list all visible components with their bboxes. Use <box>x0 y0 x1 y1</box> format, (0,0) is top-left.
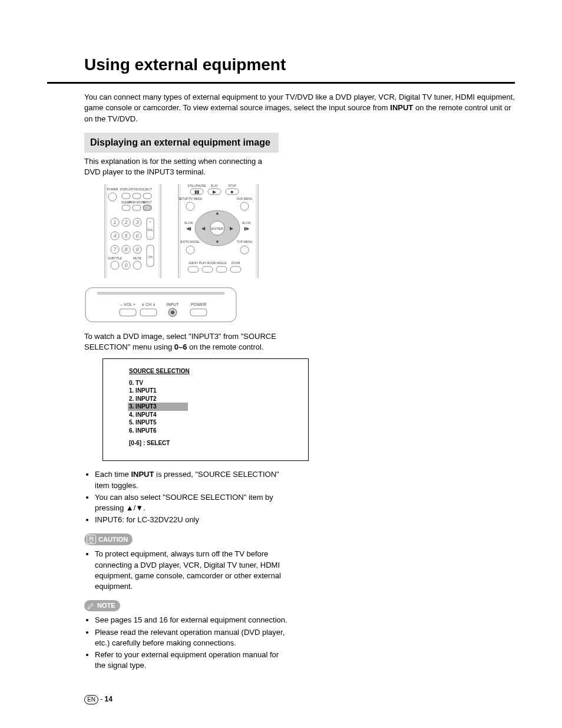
svg-text:EXIT/CANCEL: EXIT/CANCEL <box>181 240 200 243</box>
svg-rect-2 <box>122 193 130 199</box>
bullet-item: You can also select "SOURCE SELECTION" i… <box>95 492 289 513</box>
osd-list: 0. TV1. INPUT12. INPUT23. INPUT34. INPUT… <box>129 379 282 435</box>
svg-text:▮▶: ▮▶ <box>244 226 250 230</box>
svg-rect-10 <box>133 205 141 210</box>
svg-text:◀: ◀ <box>201 226 206 231</box>
svg-rect-72 <box>188 266 199 272</box>
svg-text:8: 8 <box>124 246 127 252</box>
svg-text:ZOOM: ZOOM <box>232 261 240 265</box>
svg-rect-82 <box>120 309 136 316</box>
svg-text:SLOW: SLOW <box>184 221 193 225</box>
svg-text:7: 7 <box>113 246 117 252</box>
intro-paragraph: You can connect many types of external e… <box>84 92 515 124</box>
svg-rect-78 <box>230 266 241 272</box>
osd-item: 1. INPUT1 <box>129 387 282 395</box>
osd-item: 6. INPUT6 <box>129 427 282 435</box>
svg-text:ANGLE: ANGLE <box>217 261 227 265</box>
svg-text:◀▮: ◀▮ <box>186 226 191 230</box>
svg-rect-12 <box>143 205 151 210</box>
svg-text:∨ CH ∧: ∨ CH ∧ <box>141 302 156 307</box>
osd-item: 3. INPUT3 <box>128 403 188 411</box>
osd-item: 4. INPUT4 <box>129 411 282 419</box>
osd-item: 0. TV <box>129 379 282 387</box>
title-rule <box>47 82 515 84</box>
caution-label: CAUTION <box>98 535 128 544</box>
svg-point-40 <box>111 261 119 269</box>
bullet-item: INPUT6: for LC-32DV22U only <box>95 515 289 525</box>
svg-text:2: 2 <box>124 219 127 225</box>
svg-text:5: 5 <box>124 233 128 239</box>
svg-point-70 <box>240 246 249 254</box>
svg-rect-4 <box>133 193 141 199</box>
caution-pill: CAUTION <box>84 533 133 545</box>
lang-badge: EN <box>84 695 98 704</box>
remote-diagram: POWER DISPLAY TV/DVD EJECT SLEEP VIEW MO… <box>84 184 515 278</box>
bullet-item: To protect equipment, always turn off th… <box>95 549 289 592</box>
note-bullets: See pages 15 and 16 for external equipme… <box>84 615 289 671</box>
caution-bullets: To protect equipment, always turn off th… <box>84 549 289 592</box>
svg-text:SUBTITLE: SUBTITLE <box>108 256 123 260</box>
osd-item: 2. INPUT2 <box>129 395 282 403</box>
svg-text:VOL: VOL <box>147 228 153 232</box>
page-title: Using external equipment <box>84 53 515 80</box>
svg-text:DISPLAY: DISPLAY <box>120 187 133 191</box>
svg-text:PLAY: PLAY <box>211 184 219 187</box>
note-label: NOTE <box>97 601 115 610</box>
bullet-item: Refer to your external equipment operati… <box>95 650 289 671</box>
svg-point-0 <box>108 193 117 201</box>
svg-text:–: – <box>150 235 151 239</box>
svg-text:AUDIO: AUDIO <box>189 261 198 265</box>
svg-text:CH: CH <box>148 255 153 259</box>
svg-text:1: 1 <box>113 219 116 225</box>
watch-paragraph: To watch a DVD image, select "INPUT3" fr… <box>84 331 279 353</box>
svg-text:TOP MENU: TOP MENU <box>237 240 253 243</box>
svg-text:MUTE: MUTE <box>133 256 142 260</box>
svg-text:– VOL +: – VOL + <box>120 302 135 307</box>
svg-text:INPUT: INPUT <box>167 302 180 307</box>
svg-rect-81 <box>97 292 224 294</box>
osd-title: SOURCE SELECTION <box>129 367 282 375</box>
svg-text:0: 0 <box>124 262 127 268</box>
osd-item: 5. INPUT5 <box>129 419 282 427</box>
svg-text:4: 4 <box>113 233 116 239</box>
svg-text:▲: ▲ <box>215 210 220 216</box>
svg-rect-6 <box>143 193 151 199</box>
svg-point-68 <box>186 246 194 254</box>
page-footer: EN - 14 <box>84 694 515 704</box>
front-panel-diagram: – VOL + ∨ CH ∧ INPUT POWER <box>84 286 515 323</box>
bold-input: INPUT <box>390 103 413 112</box>
bullet-item: Please read the relevant operation manua… <box>95 627 289 648</box>
svg-text:TV/DVD: TV/DVD <box>131 187 143 191</box>
bullet-item: See pages 15 and 16 for external equipme… <box>95 615 289 625</box>
svg-rect-74 <box>202 266 213 272</box>
svg-text:EJECT: EJECT <box>143 187 152 191</box>
svg-text:+: + <box>150 220 151 223</box>
svg-text:6: 6 <box>135 233 138 239</box>
svg-rect-76 <box>216 266 227 272</box>
svg-text:SETUP/TV MENU: SETUP/TV MENU <box>178 197 203 200</box>
svg-text:▶: ▶ <box>230 226 234 231</box>
svg-text:▶: ▶ <box>213 189 217 195</box>
osd-select-hint: [0-6] : SELECT <box>129 439 282 447</box>
svg-text:DVD MENU: DVD MENU <box>237 197 253 200</box>
svg-point-55 <box>240 202 249 210</box>
svg-text:ENTER: ENTER <box>211 227 224 230</box>
svg-text:INPUT: INPUT <box>143 200 152 204</box>
svg-point-53 <box>186 202 194 210</box>
note-pill: NOTE <box>84 600 120 611</box>
main-bullets: Each time INPUT is pressed, "SOURCE SELE… <box>84 469 289 525</box>
svg-point-87 <box>171 311 174 314</box>
osd-source-selection: SOURCE SELECTION 0. TV1. INPUT12. INPUT2… <box>103 358 309 462</box>
svg-text:▮▮: ▮▮ <box>194 189 199 195</box>
section-heading: Displaying an external equipment image <box>84 133 279 153</box>
svg-point-42 <box>133 261 141 269</box>
explanation-paragraph: This explanation is for the setting when… <box>84 156 279 177</box>
svg-text:■: ■ <box>231 189 234 195</box>
svg-text:POWER: POWER <box>107 187 118 191</box>
svg-rect-84 <box>140 309 157 316</box>
bullet-item: Each time INPUT is pressed, "SOURCE SELE… <box>95 469 289 490</box>
svg-text:PLAY MODE: PLAY MODE <box>199 261 216 265</box>
pencil-icon <box>87 602 95 610</box>
svg-text:SLOW: SLOW <box>242 221 251 225</box>
svg-text:9: 9 <box>135 246 138 252</box>
